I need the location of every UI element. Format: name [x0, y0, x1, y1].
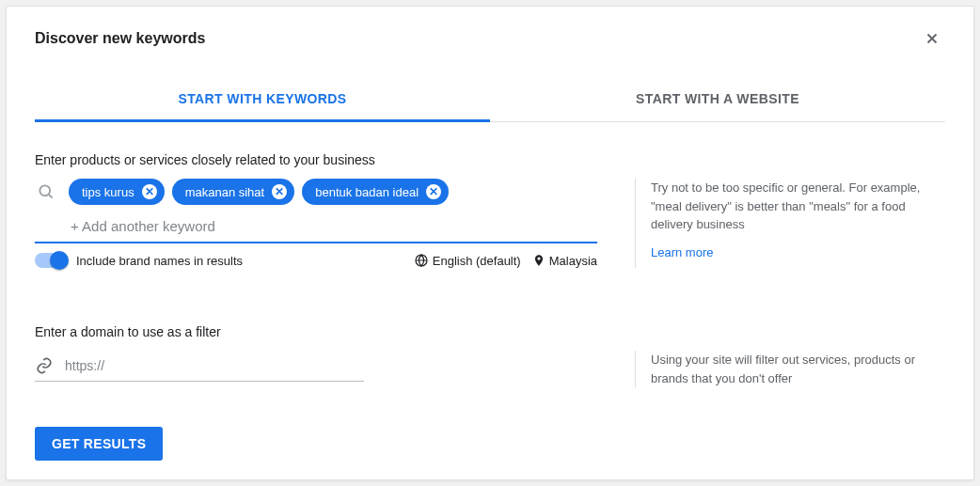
- domain-help-text: Using your site will filter out services…: [651, 351, 945, 387]
- location-label: Malaysia: [549, 254, 597, 268]
- keyword-input-area[interactable]: tips kurus ✕ makanan sihat ✕ bentuk bada…: [35, 179, 597, 243]
- keyword-chip: makanan sihat ✕: [172, 179, 295, 205]
- domain-left: [35, 351, 597, 387]
- brand-toggle-wrap: Include brand names in results: [35, 253, 243, 268]
- domain-help: Using your site will filter out services…: [635, 351, 945, 387]
- products-help: Try not to be too specific or general. F…: [635, 179, 945, 268]
- close-icon: [924, 30, 940, 47]
- chip-label: makanan sihat: [185, 185, 265, 199]
- keyword-chip: bentuk badan ideal ✕: [302, 179, 449, 205]
- chip-label: bentuk badan ideal: [315, 185, 419, 199]
- help-text: Try not to be too specific or general. F…: [651, 179, 945, 234]
- location-icon: [532, 254, 545, 267]
- get-results-button[interactable]: GET RESULTS: [35, 427, 163, 461]
- close-button[interactable]: [919, 25, 945, 52]
- language-label: English (default): [433, 254, 521, 268]
- keyword-planner-card: Discover new keywords START WITH KEYWORD…: [6, 6, 974, 480]
- tab-website[interactable]: START WITH A WEBSITE: [490, 78, 945, 122]
- language-location: English (default) Malaysia: [414, 253, 597, 268]
- globe-icon: [414, 253, 429, 268]
- tab-keywords[interactable]: START WITH KEYWORDS: [35, 78, 490, 122]
- products-label: Enter products or services closely relat…: [35, 152, 945, 167]
- learn-more-link[interactable]: Learn more: [651, 243, 713, 262]
- toggle-knob: [50, 251, 69, 270]
- chip-remove-icon[interactable]: ✕: [272, 184, 287, 199]
- products-left: tips kurus ✕ makanan sihat ✕ bentuk bada…: [35, 179, 597, 268]
- add-keyword-input[interactable]: [35, 212, 597, 236]
- svg-point-0: [40, 185, 50, 196]
- domain-section: Enter a domain to use as a filter Using …: [35, 324, 945, 387]
- tabs: START WITH KEYWORDS START WITH A WEBSITE: [35, 78, 945, 122]
- domain-row-wrap: Using your site will filter out services…: [35, 351, 945, 387]
- brand-toggle[interactable]: [35, 253, 67, 268]
- chip-label: tips kurus: [82, 185, 134, 199]
- chip-remove-icon[interactable]: ✕: [426, 184, 441, 199]
- products-row: tips kurus ✕ makanan sihat ✕ bentuk bada…: [35, 179, 945, 268]
- page-title: Discover new keywords: [35, 30, 205, 47]
- header: Discover new keywords: [35, 25, 945, 52]
- chip-remove-icon[interactable]: ✕: [142, 184, 157, 199]
- domain-input-row: [35, 351, 364, 382]
- domain-input[interactable]: [65, 358, 364, 373]
- search-icon: [37, 182, 55, 201]
- keyword-chip: tips kurus ✕: [69, 179, 165, 205]
- location-selector[interactable]: Malaysia: [532, 254, 597, 268]
- brand-toggle-label: Include brand names in results: [76, 254, 243, 268]
- domain-label: Enter a domain to use as a filter: [35, 324, 945, 339]
- link-icon: [35, 356, 54, 375]
- keyword-options-row: Include brand names in results English (…: [35, 253, 597, 268]
- language-selector[interactable]: English (default): [414, 253, 521, 268]
